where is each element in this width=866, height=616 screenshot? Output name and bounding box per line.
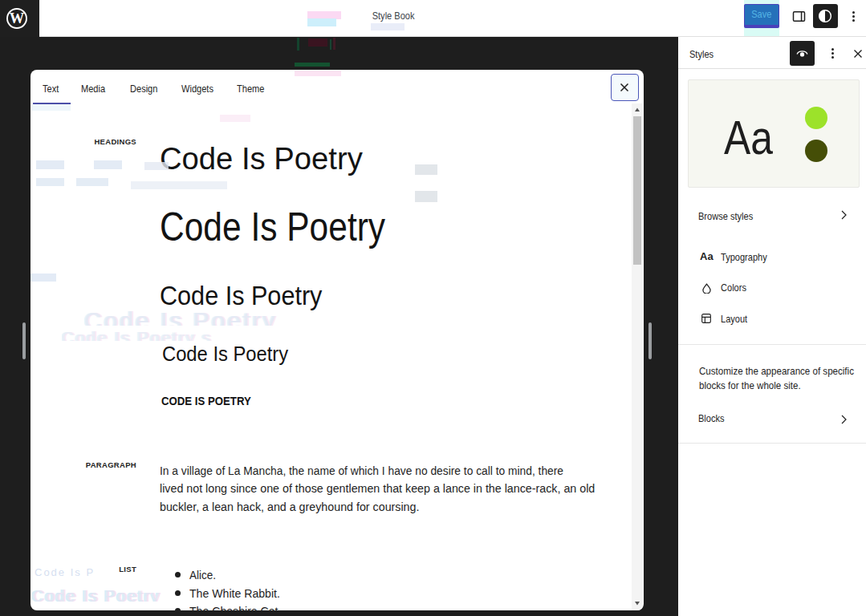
svg-text:W: W (10, 10, 25, 26)
